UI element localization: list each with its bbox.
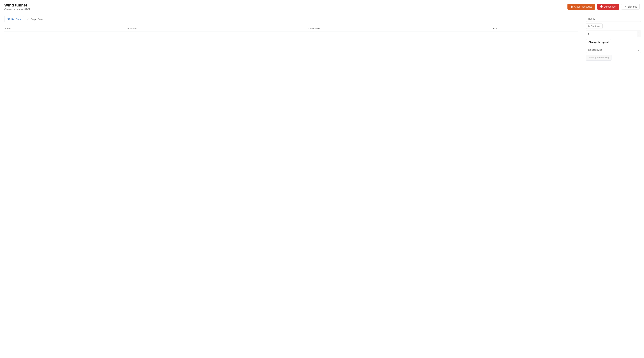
clear-messages-button[interactable]: 🗑 Clear messages xyxy=(568,4,595,10)
header: Wind tunnel Current run status: STOP 🗑 C… xyxy=(0,0,644,13)
send-morning-row: Send good morning xyxy=(586,55,641,60)
send-good-morning-label: Send good morning xyxy=(588,56,609,59)
start-run-button[interactable]: Start run xyxy=(586,24,603,29)
power-icon: ⏻ xyxy=(600,5,603,8)
tab-graph-data[interactable]: Graph Data xyxy=(24,16,46,22)
select-device-wrapper: Select device xyxy=(586,47,641,53)
col-downforce: Downforce xyxy=(308,26,493,32)
select-device[interactable]: Select device xyxy=(586,47,641,53)
svg-point-0 xyxy=(8,18,10,18)
start-run-label: Start run xyxy=(591,25,600,28)
header-actions: 🗑 Clear messages ⏻ Disconnect ⇥ Sign out xyxy=(568,4,640,10)
data-table: Status Conditions Downforce Fan xyxy=(4,26,578,32)
clear-messages-label: Clear messages xyxy=(574,5,592,8)
sign-out-label: Sign out xyxy=(628,5,637,8)
sign-out-button[interactable]: ⇥ Sign out xyxy=(621,4,640,10)
col-conditions: Conditions xyxy=(126,26,308,32)
table-header-row: Status Conditions Downforce Fan xyxy=(4,26,578,32)
run-status: Current run status: STOP xyxy=(4,8,30,10)
fan-speed-up-button[interactable]: ▲ xyxy=(637,31,641,34)
graph-data-label: Graph Data xyxy=(30,18,42,20)
tab-live-data[interactable]: Live Data xyxy=(4,16,24,22)
sidebar-controls: Start run ▲ ▼ Change fan speed Select de… xyxy=(586,16,641,60)
app-title: Wind tunnel xyxy=(4,3,30,8)
fan-speed-down-button[interactable]: ▼ xyxy=(637,34,641,37)
disconnect-label: Disconnect xyxy=(604,5,616,8)
tabs: Live Data Graph Data xyxy=(4,16,578,22)
change-fan-row: Change fan speed xyxy=(586,39,641,45)
fan-speed-spinners: ▲ ▼ xyxy=(637,30,641,38)
database-icon xyxy=(7,18,10,21)
fan-speed-input[interactable] xyxy=(586,30,637,38)
sign-out-icon: ⇥ xyxy=(624,5,626,8)
main-layout: Live Data Graph Data Status Conditions D… xyxy=(0,13,644,358)
live-data-label: Live Data xyxy=(11,18,21,20)
header-left: Wind tunnel Current run status: STOP xyxy=(4,3,30,10)
run-id-input[interactable] xyxy=(586,16,641,22)
fan-speed-row: ▲ ▼ xyxy=(586,30,641,38)
sidebar: Start run ▲ ▼ Change fan speed Select de… xyxy=(583,13,644,358)
play-icon xyxy=(588,25,590,27)
disconnect-button[interactable]: ⏻ Disconnect xyxy=(597,4,619,10)
chart-icon xyxy=(27,18,30,21)
send-good-morning-button[interactable]: Send good morning xyxy=(586,55,612,60)
content-area: Live Data Graph Data Status Conditions D… xyxy=(0,13,583,358)
col-status: Status xyxy=(4,26,126,32)
col-fan: Fan xyxy=(493,26,578,32)
start-run-row: Start run xyxy=(586,24,641,29)
change-fan-speed-label: Change fan speed xyxy=(588,41,608,44)
change-fan-speed-button[interactable]: Change fan speed xyxy=(586,39,611,45)
trash-icon: 🗑 xyxy=(570,5,573,8)
